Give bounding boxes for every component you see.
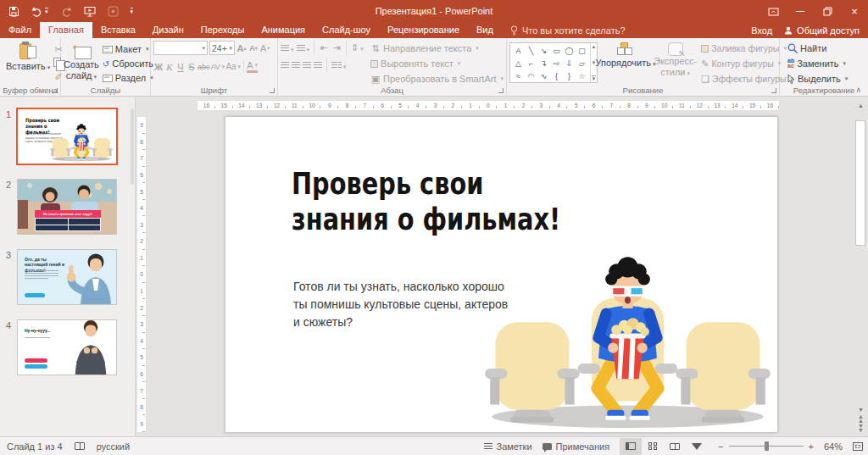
tab-Вставка[interactable]: Вставка <box>92 22 144 38</box>
save-icon[interactable] <box>8 3 19 19</box>
slide-3-thumbnail[interactable]: Ого, да ты настоящий гений в фильмах! <box>17 249 117 305</box>
group-font: ▾ 24+▾ A▴ A▾ A✦ Ж К Ч S abc AV Aa А Шриф… <box>151 38 278 96</box>
reading-view-icon <box>670 443 680 450</box>
layout-button[interactable]: Макет <box>103 42 153 56</box>
slide-sorter-icon <box>648 442 658 450</box>
tell-me-search[interactable]: Что вы хотите сделать? <box>510 22 626 38</box>
scrollbar-track[interactable] <box>855 110 866 404</box>
thumbnail-slide-1[interactable]: 1 Проверь свои знания о фильмах! Готов л… <box>0 108 135 164</box>
tab-Анимация[interactable]: Анимация <box>253 22 314 38</box>
tab-Главная[interactable]: Главная <box>40 22 92 38</box>
tab-Переходы[interactable]: Переходы <box>192 22 253 38</box>
tab-Файл[interactable]: Файл <box>0 22 40 38</box>
font-dialog-launcher[interactable] <box>270 88 275 93</box>
shape-option-1[interactable]: ╲ <box>525 44 537 57</box>
customize-qat-icon[interactable]: ▾ <box>131 3 134 19</box>
shape-option-4[interactable]: ◯ <box>563 44 576 57</box>
tab-Дизайн[interactable]: Дизайн <box>144 22 192 38</box>
shape-option-10[interactable]: ⇩ <box>563 57 576 69</box>
group-paragraph: ⇤ ⇥ ⇕ ⇅Направление текст <box>278 38 507 96</box>
font-size-combo[interactable]: 24+▾ <box>209 41 235 55</box>
arrange-button[interactable]: Упорядочить <box>602 41 649 86</box>
reading-view-button[interactable] <box>664 438 686 455</box>
spell-check-icon[interactable] <box>75 442 85 450</box>
ruler-mark: 5 <box>392 101 409 110</box>
tab-Вид[interactable]: Вид <box>468 22 502 38</box>
find-button[interactable]: Найти <box>787 42 865 55</box>
shapes-scroll-up-icon[interactable]: ▲ <box>592 44 597 49</box>
slide-1-thumbnail[interactable]: Проверь свои знания о фильмах! Готов ли … <box>17 108 117 164</box>
shape-option-5[interactable]: ▢ <box>576 44 588 57</box>
shapes-gallery[interactable]: A╲↘▭◯▢△⌐↴⇨⇩▱≈◠∿{}☆ ▲ ▼ ▼ <box>509 42 598 83</box>
shape-option-9[interactable]: ⇨ <box>550 57 563 69</box>
shape-option-15[interactable]: { <box>550 69 563 82</box>
shape-option-8[interactable]: ↴ <box>537 57 550 69</box>
section-button[interactable]: Раздел <box>103 71 153 85</box>
editor-scrollbar[interactable]: ▲ ▼ ▲▲ ▼▼ <box>855 100 866 433</box>
slide-title[interactable]: Проверь свои знания о фильмах! <box>292 166 560 237</box>
thumbnail-slide-2[interactable]: 2 Из какого фильма этот кадр? <box>0 179 135 235</box>
comments-button[interactable]: Примечания <box>542 441 610 452</box>
zoom-in-button[interactable]: + <box>809 441 814 452</box>
sign-in-button[interactable]: Вход <box>751 25 772 36</box>
thumbnail-panel-scrollbar[interactable] <box>131 108 134 185</box>
fit-slide-to-window-icon[interactable] <box>853 442 863 451</box>
clipboard-dialog-launcher[interactable] <box>53 88 58 93</box>
shape-option-12[interactable]: ≈ <box>512 69 525 82</box>
shape-option-0[interactable]: A <box>512 44 525 57</box>
next-slide-icon[interactable]: ▼▼ <box>858 424 864 433</box>
zoom-slider-thumb[interactable] <box>765 441 769 451</box>
start-slideshow-icon[interactable] <box>84 3 96 19</box>
ruler-mark: 10 <box>655 101 673 110</box>
slide-4-thumbnail[interactable]: Ну-ну-нууу... <box>17 319 117 375</box>
notes-button[interactable]: Заметки <box>484 441 532 452</box>
slideshow-view-button[interactable] <box>686 438 708 455</box>
ruler-mark: 7 <box>137 150 146 167</box>
tab-Рецензирование[interactable]: Рецензирование <box>379 22 468 38</box>
drawing-dialog-launcher[interactable] <box>771 88 776 93</box>
slide-canvas[interactable]: Проверь свои знания о фильмах! Готов ли … <box>225 116 778 433</box>
horizontal-ruler[interactable]: 1615141312111098765432101234567891011121… <box>197 100 780 111</box>
paragraph-dialog-launcher[interactable] <box>498 88 504 93</box>
shape-option-11[interactable]: ▱ <box>576 57 588 69</box>
shape-option-6[interactable]: △ <box>512 57 525 69</box>
vertical-ruler[interactable]: 9876543210123456789 <box>136 116 147 433</box>
shape-option-2[interactable]: ↘ <box>537 44 550 57</box>
cinema-illustration[interactable] <box>481 248 774 430</box>
tab-Слайд-шоу[interactable]: Слайд-шоу <box>314 22 379 38</box>
slide-body-text[interactable]: Готов ли ты узнать, насколько хорошо ты … <box>293 278 512 331</box>
slide-sorter-view-button[interactable] <box>642 438 664 455</box>
scroll-up-icon[interactable]: ▲ <box>858 100 864 110</box>
reset-button[interactable]: ↺Сбросить <box>103 57 153 70</box>
shapes-more-icon[interactable]: ▼ <box>592 75 597 81</box>
undo-icon[interactable]: ▾ <box>31 3 48 19</box>
shape-option-16[interactable]: } <box>563 69 576 82</box>
restore-button[interactable] <box>814 0 841 22</box>
shape-option-7[interactable]: ⌐ <box>525 57 537 69</box>
shape-option-3[interactable]: ▭ <box>550 44 563 57</box>
slide-2-thumbnail[interactable]: Из какого фильма этот кадр? <box>17 179 117 235</box>
collapse-ribbon-icon[interactable]: ∧ <box>855 86 861 94</box>
select-button[interactable]: Выделить <box>787 72 865 86</box>
shape-option-17[interactable]: ☆ <box>576 69 588 82</box>
ribbon-display-options-icon[interactable] <box>760 0 787 22</box>
zoom-level[interactable]: 64% <box>824 441 843 452</box>
ruler-mark: 5 <box>137 349 146 366</box>
close-button[interactable]: × <box>841 0 868 22</box>
thumbnail-slide-3[interactable]: 3 Ого, да ты настоящий гений в фильмах! <box>0 249 135 305</box>
font-name-combo[interactable]: ▾ <box>153 41 208 55</box>
scrollbar-thumb[interactable] <box>855 120 865 246</box>
paste-button[interactable]: Вставить <box>6 41 50 84</box>
shape-option-13[interactable]: ◠ <box>525 69 537 82</box>
normal-view-button[interactable] <box>620 438 642 455</box>
zoom-slider[interactable] <box>729 446 804 447</box>
share-button[interactable]: Общий доступ <box>784 25 860 36</box>
language-indicator[interactable]: русский <box>97 441 130 452</box>
undo-dropdown-icon[interactable]: ▾ <box>45 8 48 14</box>
thumbnail-slide-4[interactable]: 4 Ну-ну-нууу... <box>0 319 135 375</box>
shape-option-14[interactable]: ∿ <box>537 69 550 82</box>
new-slide-button[interactable]: ✦ Создать слайд <box>64 41 99 85</box>
zoom-out-button[interactable]: − <box>718 441 723 452</box>
minimize-button[interactable] <box>787 0 814 22</box>
replace-button[interactable]: abac Заменить <box>787 57 865 70</box>
